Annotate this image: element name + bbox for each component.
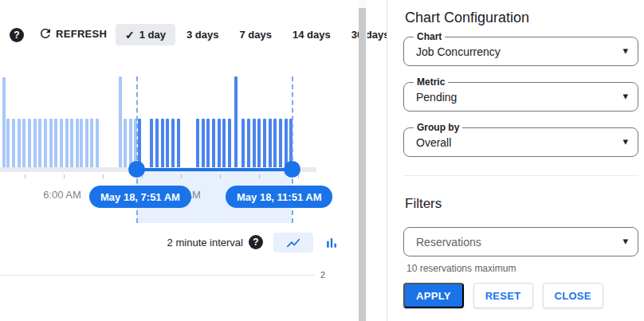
- axis-tick: [103, 174, 104, 178]
- axis-tick: [25, 174, 26, 178]
- chart-pane: ? REFRESH ✓1 day3 days7 days14 days30 da…: [0, 0, 387, 321]
- interval-label: 2 minute interval: [167, 237, 243, 249]
- chart-bar: [12, 119, 15, 167]
- filters-title: Filters: [405, 196, 442, 212]
- chevron-down-icon: ▾: [622, 235, 628, 247]
- range-slider-start-handle[interactable]: [128, 161, 145, 178]
- chart-bar: [6, 119, 10, 167]
- chart-bar: [206, 119, 210, 167]
- close-button[interactable]: CLOSE: [543, 283, 603, 308]
- panel-title: Chart Configuration: [405, 10, 529, 26]
- chart-bar: [228, 119, 231, 167]
- bar-chart-toggle-button[interactable]: [317, 233, 346, 252]
- chart-bar: [2, 77, 6, 167]
- chart-bar: [263, 119, 266, 167]
- reset-button[interactable]: RESET: [473, 283, 533, 308]
- chart-bar: [76, 119, 79, 167]
- chart-bars: [0, 76, 319, 167]
- chart-bar: [285, 119, 288, 167]
- chart-configuration-panel: Chart Configuration ChartJob Concurrency…: [387, 0, 644, 321]
- chart-bar: [129, 119, 132, 167]
- next-chart-gridline: [0, 275, 315, 276]
- field-value: Overall: [416, 136, 451, 149]
- chart-select[interactable]: ChartJob Concurrency▾: [403, 37, 638, 66]
- field-label: Chart: [414, 32, 445, 42]
- chart-bar: [161, 119, 164, 167]
- chart-bar: [60, 119, 63, 167]
- chart-bar: [85, 119, 88, 167]
- next-chart-axis-tick: 2: [320, 270, 325, 280]
- field-value: Job Concurrency: [416, 45, 501, 58]
- field-label: Group by: [414, 123, 462, 133]
- chart-bar: [212, 119, 215, 167]
- chevron-down-icon: ▾: [622, 135, 628, 147]
- chart-bar: [202, 119, 205, 167]
- chevron-down-icon: ▾: [622, 45, 628, 57]
- apply-button[interactable]: APPLY: [403, 283, 464, 308]
- action-buttons: APPLY RESET CLOSE: [403, 283, 603, 308]
- field-label: Metric: [414, 77, 448, 88]
- chart-bar: [138, 119, 141, 167]
- chart-bar: [28, 119, 31, 167]
- range-slider-selected-track[interactable]: [136, 168, 292, 171]
- chart-bar: [196, 119, 199, 167]
- axis-tick: [64, 174, 65, 178]
- line-chart-icon: [285, 235, 301, 251]
- axis-tick: [298, 174, 299, 178]
- vertical-scrollbar: [359, 0, 367, 321]
- chart-bar: [155, 119, 159, 167]
- chart-bar: [242, 119, 245, 167]
- axis-label: 6:00 AM: [43, 189, 81, 201]
- group-by-select[interactable]: Group byOverall▾: [403, 127, 638, 157]
- chart-bar: [38, 119, 41, 167]
- metric-select[interactable]: MetricPending▾: [403, 82, 638, 112]
- chart-bar: [33, 119, 37, 167]
- field-value: Pending: [416, 91, 457, 104]
- chart-bar: [18, 119, 21, 167]
- chart-bar: [269, 119, 272, 167]
- chart-bar: [234, 76, 238, 167]
- selection-start-pill: May 18, 7:51 AM: [89, 186, 191, 208]
- reservations-select[interactable]: Reservations ▾: [403, 227, 638, 256]
- chart-bar: [96, 119, 99, 167]
- scrollbar-thumb[interactable]: [359, 8, 366, 321]
- chart-bar: [80, 119, 83, 167]
- chart-bar: [279, 119, 282, 167]
- chart-bar: [177, 119, 180, 167]
- filters-divider: [403, 175, 638, 176]
- chart-bar: [44, 119, 47, 167]
- chart-bar: [119, 76, 122, 167]
- chart-bar: [166, 119, 169, 167]
- range-slider-end-handle[interactable]: [284, 161, 300, 178]
- chart-footer-controls: 2 minute interval ?: [0, 231, 351, 253]
- chart-bar: [257, 119, 261, 167]
- chart-bar: [54, 119, 57, 167]
- chart-bar: [222, 119, 226, 167]
- chart-bar: [49, 119, 53, 167]
- bigquery-admin-monitoring: ? REFRESH ✓1 day3 days7 days14 days30 da…: [0, 0, 644, 321]
- chart-bar: [218, 119, 221, 167]
- chart-bar: [70, 119, 73, 167]
- chart-bar: [253, 119, 256, 167]
- bar-chart-icon: [324, 235, 340, 251]
- chart-bar: [171, 119, 175, 167]
- chart-bar: [90, 119, 93, 167]
- interval-help-icon[interactable]: ?: [249, 235, 263, 249]
- chevron-down-icon: ▾: [622, 90, 628, 102]
- selection-end-pill: May 18, 11:51 AM: [226, 186, 332, 208]
- chart-bar: [65, 119, 69, 167]
- reservations-helper-text: 10 reservations maximum: [406, 263, 516, 274]
- chart-bar: [150, 119, 153, 167]
- chart-bar: [22, 119, 26, 167]
- chart-bar: [273, 119, 277, 167]
- chart-bar: [247, 119, 250, 167]
- chart-bar: [124, 119, 127, 167]
- reservations-placeholder: Reservations: [416, 236, 481, 249]
- line-chart-toggle-button[interactable]: [273, 233, 313, 252]
